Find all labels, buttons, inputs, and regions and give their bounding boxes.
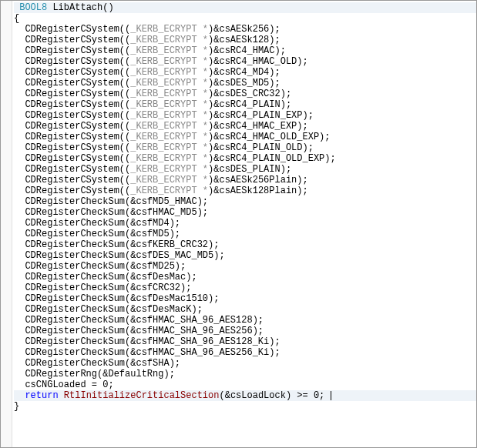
register-checksum-call[interactable]: CDRegisterCheckSum(&csfDES_MAC_MD5); bbox=[14, 250, 476, 261]
register-checksum-call[interactable]: CDRegisterCheckSum(&csfKERB_CRC32); bbox=[14, 239, 476, 250]
register-checksum-call[interactable]: CDRegisterCheckSum(&csfMD5); bbox=[14, 229, 476, 239]
code-editor[interactable]: BOOL8 LibAttach(){ CDRegisterCSystem((_K… bbox=[0, 0, 477, 448]
close-brace[interactable]: } bbox=[14, 401, 476, 412]
register-csystem-call[interactable]: CDRegisterCSystem((_KERB_ECRYPT *)&csRC4… bbox=[14, 132, 476, 142]
register-checksum-call[interactable]: CDRegisterCheckSum(&csfDesMac1510); bbox=[14, 293, 476, 304]
code-area[interactable]: BOOL8 LibAttach(){ CDRegisterCSystem((_K… bbox=[12, 1, 476, 447]
register-checksum-call[interactable]: CDRegisterCheckSum(&csfMD4); bbox=[14, 218, 476, 229]
text-cursor bbox=[331, 391, 331, 400]
register-csystem-call[interactable]: CDRegisterCSystem((_KERB_ECRYPT *)&csRC4… bbox=[14, 142, 476, 153]
register-csystem-call[interactable]: CDRegisterCSystem((_KERB_ECRYPT *)&csAES… bbox=[14, 175, 476, 186]
return-stmt[interactable]: return RtlInitializeCriticalSection(&csL… bbox=[14, 390, 476, 401]
assignment-stmt[interactable]: csCNGLoaded = 0; bbox=[14, 379, 476, 390]
register-checksum-call[interactable]: CDRegisterCheckSum(&csfMD25); bbox=[14, 261, 476, 272]
register-csystem-call[interactable]: CDRegisterCSystem((_KERB_ECRYPT *)&csAES… bbox=[14, 186, 476, 196]
register-csystem-call[interactable]: CDRegisterCSystem((_KERB_ECRYPT *)&csRC4… bbox=[14, 121, 476, 132]
register-csystem-call[interactable]: CDRegisterCSystem((_KERB_ECRYPT *)&csDES… bbox=[14, 89, 476, 99]
register-checksum-call[interactable]: CDRegisterCheckSum(&csfHMAC_SHA_96_AES12… bbox=[14, 315, 476, 326]
register-checksum-call[interactable]: CDRegisterCheckSum(&csfHMAC_SHA_96_AES25… bbox=[14, 326, 476, 336]
register-checksum-call[interactable]: CDRegisterCheckSum(&csfCRC32); bbox=[14, 283, 476, 293]
register-checksum-call[interactable]: CDRegisterCheckSum(&csfHMAC_MD5); bbox=[14, 207, 476, 218]
register-checksum-call[interactable]: CDRegisterCheckSum(&csfSHA); bbox=[14, 358, 476, 369]
register-checksum-call[interactable]: CDRegisterCheckSum(&csfHMAC_SHA_96_AES12… bbox=[14, 336, 476, 347]
function-signature[interactable]: BOOL8 LibAttach() bbox=[14, 2, 476, 13]
register-rng-call[interactable]: CDRegisterRng(&DefaultRng); bbox=[14, 369, 476, 379]
register-csystem-call[interactable]: CDRegisterCSystem((_KERB_ECRYPT *)&csRC4… bbox=[14, 67, 476, 78]
register-csystem-call[interactable]: CDRegisterCSystem((_KERB_ECRYPT *)&csDES… bbox=[14, 78, 476, 89]
register-checksum-call[interactable]: CDRegisterCheckSum(&csfHMAC_SHA_96_AES25… bbox=[14, 347, 476, 358]
line-gutter bbox=[1, 1, 12, 447]
register-csystem-call[interactable]: CDRegisterCSystem((_KERB_ECRYPT *)&csRC4… bbox=[14, 45, 476, 56]
register-csystem-call[interactable]: CDRegisterCSystem((_KERB_ECRYPT *)&csRC4… bbox=[14, 153, 476, 164]
register-csystem-call[interactable]: CDRegisterCSystem((_KERB_ECRYPT *)&csAES… bbox=[14, 35, 476, 45]
register-csystem-call[interactable]: CDRegisterCSystem((_KERB_ECRYPT *)&csRC4… bbox=[14, 56, 476, 67]
register-csystem-call[interactable]: CDRegisterCSystem((_KERB_ECRYPT *)&csDES… bbox=[14, 164, 476, 175]
open-brace[interactable]: { bbox=[14, 13, 476, 24]
register-checksum-call[interactable]: CDRegisterCheckSum(&csfDesMac); bbox=[14, 272, 476, 283]
register-csystem-call[interactable]: CDRegisterCSystem((_KERB_ECRYPT *)&csRC4… bbox=[14, 99, 476, 110]
register-csystem-call[interactable]: CDRegisterCSystem((_KERB_ECRYPT *)&csRC4… bbox=[14, 110, 476, 121]
register-checksum-call[interactable]: CDRegisterCheckSum(&csfDesMacK); bbox=[14, 304, 476, 315]
register-checksum-call[interactable]: CDRegisterCheckSum(&csfMD5_HMAC); bbox=[14, 196, 476, 207]
register-csystem-call[interactable]: CDRegisterCSystem((_KERB_ECRYPT *)&csAES… bbox=[14, 24, 476, 35]
